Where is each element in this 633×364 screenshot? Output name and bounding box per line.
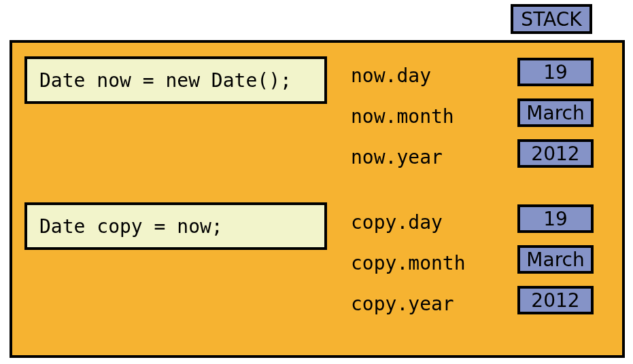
label-copy-day: copy.day: [351, 211, 443, 234]
label-now-month: now.month: [351, 105, 454, 128]
value-copy-month: March: [517, 245, 594, 274]
label-copy-year: copy.year: [351, 293, 454, 315]
diagram-canvas: STACK Date now = new Date(); Date copy =…: [0, 0, 633, 364]
label-copy-month: copy.month: [351, 252, 466, 274]
value-now-year: 2012: [517, 139, 594, 168]
label-now-year: now.year: [351, 146, 443, 168]
code-line-2: Date copy = now;: [24, 202, 327, 250]
stack-badge: STACK: [511, 4, 592, 34]
stack-frame: Date now = new Date(); Date copy = now; …: [10, 40, 625, 358]
value-copy-year: 2012: [517, 286, 594, 314]
value-now-day: 19: [517, 58, 594, 86]
code-line-1: Date now = new Date();: [24, 56, 327, 104]
value-copy-day: 19: [517, 204, 594, 233]
label-now-day: now.day: [351, 65, 431, 87]
value-now-month: March: [517, 98, 594, 127]
